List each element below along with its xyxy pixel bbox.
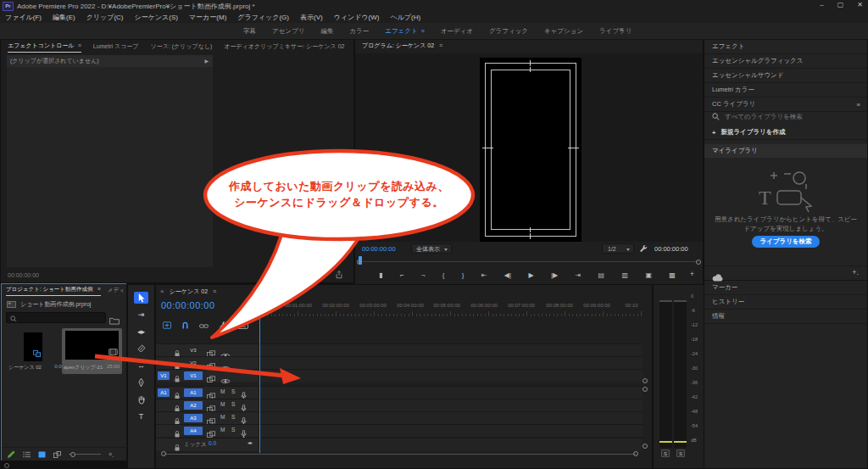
menu-item[interactable]: 編集(E) xyxy=(53,13,75,22)
sidebar-panel-header[interactable]: エッセンシャルグラフィックス xyxy=(704,54,867,69)
writable-pencil-icon[interactable] xyxy=(7,450,15,459)
comparison-view-button[interactable]: ▩ xyxy=(669,271,676,279)
thumbnail-zoom-slider[interactable] xyxy=(69,454,101,455)
selection-tool[interactable] xyxy=(134,292,148,304)
solo-button[interactable]: S xyxy=(231,388,235,394)
menu-item[interactable]: グラフィック(G) xyxy=(237,13,289,22)
track-lane[interactable] xyxy=(259,370,643,382)
mute-button[interactable]: M xyxy=(220,414,225,420)
track-row-V2[interactable]: V2 xyxy=(156,356,643,369)
track-target-button[interactable]: A3 xyxy=(184,414,203,422)
sync-lock-icon[interactable] xyxy=(207,371,215,387)
export-icon[interactable] xyxy=(335,271,343,280)
menu-item[interactable]: ファイル(F) xyxy=(5,13,42,22)
track-scroll-handle[interactable] xyxy=(643,444,648,449)
sidebar-panel-header[interactable]: エフェクト xyxy=(704,40,867,54)
mix-value[interactable]: 0.0 xyxy=(209,440,216,446)
insert-as-nest-icon[interactable] xyxy=(163,317,171,332)
panel-menu-icon[interactable]: ≡ xyxy=(213,288,216,294)
panel-tab[interactable]: ソース: (クリップなし) xyxy=(151,42,213,51)
workspace-tab[interactable]: グラフィック xyxy=(489,27,528,36)
step-back-button[interactable]: ◀| xyxy=(504,271,511,279)
zoom-handle-right[interactable] xyxy=(633,451,638,456)
track-select-forward-tool[interactable]: ⇥ xyxy=(134,309,148,321)
sidebar-panel-header[interactable]: 情報 xyxy=(704,310,867,324)
solo-button[interactable]: S xyxy=(231,427,235,433)
solo-left-button[interactable]: S xyxy=(661,449,670,457)
mute-button[interactable]: M xyxy=(220,388,225,394)
program-scrubber[interactable] xyxy=(355,256,703,266)
mute-button[interactable]: M xyxy=(220,427,225,433)
track-row-A4[interactable]: A4MS xyxy=(156,424,643,437)
timeline-ruler[interactable]: :00:0000:01:00:0000:02:00:0000:03:00:000… xyxy=(259,302,643,316)
track-lane[interactable] xyxy=(259,412,643,424)
create-library-button[interactable]: + 新規ライブラリを作成 xyxy=(704,126,867,140)
source-patch[interactable] xyxy=(158,414,170,422)
track-target-button[interactable]: V2 xyxy=(184,359,203,367)
panel-menu-icon[interactable]: ≡ xyxy=(78,42,81,48)
sidebar-panel-header[interactable]: Lumetri カラー xyxy=(704,83,867,98)
timeline-timecode[interactable]: 00:00:00:00 xyxy=(161,300,215,310)
track-target-button[interactable]: A2 xyxy=(184,401,203,410)
workspace-tab[interactable]: キャプション xyxy=(544,27,583,36)
workspace-tab[interactable]: エフェクト≡ xyxy=(385,27,424,36)
track-target-button[interactable]: A4 xyxy=(184,427,203,435)
mute-button[interactable]: M xyxy=(220,401,225,407)
mark-in-button[interactable]: ⌐ xyxy=(400,271,404,279)
track-row-A2[interactable]: A2MS xyxy=(156,399,643,411)
timeline-settings-wrench-icon[interactable] xyxy=(219,317,227,332)
snap-magnet-icon[interactable] xyxy=(181,317,189,332)
workspace-tab[interactable]: アセンブリ xyxy=(272,27,304,36)
project-search-input[interactable] xyxy=(6,312,106,323)
track-row-V1[interactable]: V1V1 xyxy=(156,369,643,382)
source-patch[interactable] xyxy=(158,346,170,355)
scrubber-track[interactable] xyxy=(360,261,698,262)
panel-tab[interactable]: Lumetri スコープ xyxy=(93,42,139,51)
mark-out-button[interactable]: ¬ xyxy=(421,271,426,279)
workspace-tab[interactable]: オーディオ xyxy=(441,27,473,36)
hand-tool[interactable] xyxy=(134,394,148,405)
lift-button[interactable]: ▤ xyxy=(598,271,605,279)
search-libraries-button[interactable]: ライブラリを検索 xyxy=(752,236,820,248)
workspace-menu-icon[interactable]: ≡ xyxy=(421,28,425,34)
close-sequence-icon[interactable]: × xyxy=(160,288,164,295)
project-file-row[interactable]: ショート動画作成例.prproj xyxy=(7,300,91,309)
keyframe-nav-icon[interactable]: ◂▸ xyxy=(248,439,253,445)
track-lane[interactable] xyxy=(259,399,643,411)
captions-icon[interactable]: CC xyxy=(237,317,248,332)
menu-item[interactable]: マーカー(M) xyxy=(189,13,226,22)
sidebar-panel-header[interactable]: エッセンシャルサウンド xyxy=(704,69,867,83)
export-frame-button[interactable]: ▣ xyxy=(645,271,652,279)
filter-icon[interactable] xyxy=(306,271,314,280)
play-button[interactable]: ▶ xyxy=(528,271,533,279)
razor-tool[interactable] xyxy=(134,343,148,355)
program-current-timecode[interactable]: 00:00:00:00 xyxy=(362,245,396,253)
panel-tab[interactable]: オーディオクリップミキサー: シーケンス 02 xyxy=(224,42,344,51)
playhead-line[interactable] xyxy=(259,302,260,453)
zoom-level-select[interactable]: 全体表示 xyxy=(411,243,452,254)
menu-item[interactable]: ウィンドウ(W) xyxy=(334,13,380,22)
track-lane[interactable] xyxy=(259,387,643,399)
workspace-overflow-icon[interactable]: » xyxy=(620,26,623,34)
source-patch[interactable] xyxy=(158,359,170,367)
track-lane[interactable] xyxy=(259,425,643,437)
solo-button[interactable]: S xyxy=(231,414,235,420)
source-patch[interactable] xyxy=(158,401,170,410)
workspace-tab[interactable]: 字幕 xyxy=(243,27,256,36)
type-tool[interactable]: T xyxy=(134,410,148,422)
track-row-A1[interactable]: A1A1MS xyxy=(156,386,643,399)
go-to-out-button[interactable]: } xyxy=(462,271,465,279)
library-name-select[interactable]: マイライブラリ xyxy=(704,144,867,158)
go-to-in-button[interactable]: { xyxy=(442,271,445,279)
panel-menu-icon[interactable]: ≡ xyxy=(857,101,860,109)
track-row-ミックス[interactable]: ミックス0.0◂▸ xyxy=(156,438,643,451)
playback-resolution-select[interactable]: 1/2 xyxy=(602,243,634,254)
expand-arrow-icon[interactable]: ▶ xyxy=(204,55,209,67)
menu-item[interactable]: ヘルプ(H) xyxy=(390,13,420,22)
solo-right-button[interactable]: S xyxy=(676,449,685,457)
track-target-button[interactable]: V1 xyxy=(184,371,203,380)
lock-icon[interactable] xyxy=(174,371,181,387)
extract-button[interactable]: ▥ xyxy=(621,271,628,279)
video-scroll-handle[interactable] xyxy=(643,378,648,383)
track-lane[interactable] xyxy=(259,357,643,369)
